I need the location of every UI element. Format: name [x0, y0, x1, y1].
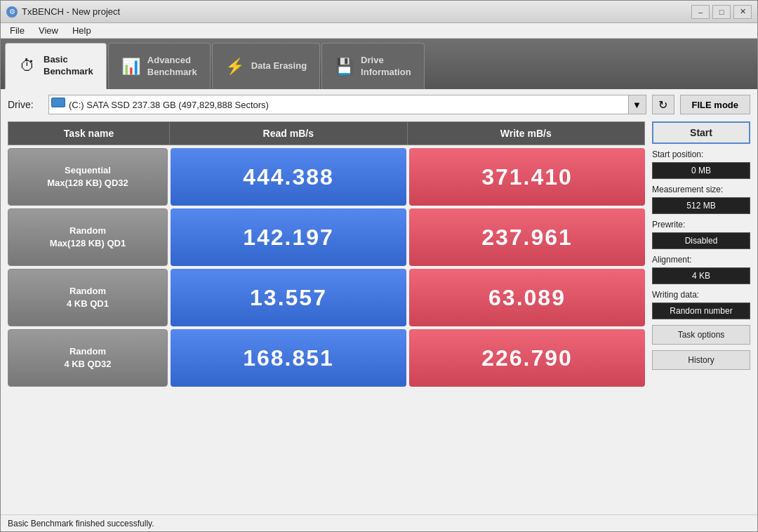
read-value-2: 13.557 — [171, 269, 406, 326]
tab-basic-benchmark[interactable]: ⏱ BasicBenchmark — [5, 43, 107, 89]
tab-erasing-label: Data Erasing — [251, 60, 307, 72]
drive-select-wrapper: (C:) SATA SSD 237.38 GB (497,829,888 Sec… — [48, 95, 646, 114]
app-icon: ⚙ — [6, 6, 18, 18]
drive-row: Drive: (C:) SATA SSD 237.38 GB (497,829,… — [8, 95, 750, 114]
drive-icon-box — [51, 98, 65, 107]
drive-icon — [51, 98, 65, 107]
refresh-button[interactable]: ↻ — [652, 95, 674, 114]
table-row: RandomMax(128 KB) QD1 142.197 237.961 — [8, 208, 645, 266]
table-header: Task name Read mB/s Write mB/s — [8, 121, 645, 145]
menu-view[interactable]: View — [32, 23, 65, 38]
tab-basic-label: BasicBenchmark — [44, 54, 93, 78]
measurement-size-label: Measurement size: — [652, 185, 750, 194]
task-label-0: SequentialMax(128 KB) QD32 — [8, 148, 168, 206]
start-position-value: 0 MB — [652, 162, 750, 179]
minimize-button[interactable]: – — [691, 5, 710, 19]
tab-drive-information[interactable]: 💾 DriveInformation — [321, 43, 425, 89]
maximize-button[interactable]: □ — [712, 5, 731, 19]
drive-label: Drive: — [8, 99, 43, 110]
write-value-2: 63.089 — [409, 269, 645, 326]
table-row: Random4 KB QD1 13.557 63.089 — [8, 269, 645, 326]
tab-data-erasing[interactable]: ⚡ Data Erasing — [212, 43, 320, 89]
header-write: Write mB/s — [408, 122, 645, 145]
table-row: SequentialMax(128 KB) QD32 444.388 371.4… — [8, 148, 645, 206]
right-panel: Start Start position: 0 MB Measurement s… — [652, 121, 750, 505]
drive-info-icon: 💾 — [335, 58, 354, 76]
prewrite-label: Prewrite: — [652, 220, 750, 230]
title-bar-left: ⚙ TxBENCH - New project — [6, 6, 120, 18]
menu-help[interactable]: Help — [66, 23, 98, 38]
header-read: Read mB/s — [170, 122, 408, 145]
benchmark-table: Task name Read mB/s Write mB/s Sequentia… — [8, 121, 645, 505]
table-row: Random4 KB QD32 168.851 226.790 — [8, 329, 645, 387]
write-value-0: 371.410 — [409, 148, 645, 206]
writing-data-label: Writing data: — [652, 290, 750, 300]
file-mode-button[interactable]: FILE mode — [680, 95, 750, 114]
task-label-1: RandomMax(128 KB) QD1 — [8, 208, 168, 266]
basic-benchmark-icon: ⏱ — [18, 57, 36, 75]
measurement-size-value: 512 MB — [652, 197, 750, 214]
task-label-2: Random4 KB QD1 — [8, 269, 168, 326]
advanced-benchmark-icon: 📊 — [121, 58, 140, 76]
start-button[interactable]: Start — [652, 121, 750, 144]
read-value-0: 444.388 — [171, 148, 406, 206]
status-bar: Basic Benchmark finished successfully. — [1, 514, 757, 531]
tab-drive-label: DriveInformation — [361, 55, 411, 79]
task-label-3: Random4 KB QD32 — [8, 329, 168, 387]
app-window: ⚙ TxBENCH - New project – □ ✕ File View … — [0, 0, 758, 532]
menu-bar: File View Help — [1, 23, 757, 39]
window-controls: – □ ✕ — [691, 5, 752, 19]
tab-advanced-benchmark[interactable]: 📊 AdvancedBenchmark — [108, 43, 211, 89]
tab-bar: ⏱ BasicBenchmark 📊 AdvancedBenchmark ⚡ D… — [1, 39, 757, 89]
content-area: Drive: (C:) SATA SSD 237.38 GB (497,829,… — [1, 89, 757, 510]
drive-select[interactable]: (C:) SATA SSD 237.38 GB (497,829,888 Sec… — [48, 95, 646, 114]
close-button[interactable]: ✕ — [733, 5, 752, 19]
read-value-3: 168.851 — [171, 329, 406, 387]
writing-data-value: Random number — [652, 302, 750, 319]
header-task: Task name — [8, 122, 170, 145]
write-value-3: 226.790 — [409, 329, 645, 387]
title-bar: ⚙ TxBENCH - New project – □ ✕ — [1, 1, 757, 23]
menu-file[interactable]: File — [4, 23, 31, 38]
alignment-value: 4 KB — [652, 267, 750, 284]
history-button[interactable]: History — [652, 350, 750, 370]
read-value-1: 142.197 — [171, 208, 406, 266]
tab-advanced-label: AdvancedBenchmark — [147, 55, 197, 79]
status-text: Basic Benchmark finished successfully. — [8, 519, 154, 528]
data-erasing-icon: ⚡ — [225, 58, 244, 76]
main-area: Task name Read mB/s Write mB/s Sequentia… — [8, 121, 750, 505]
alignment-label: Alignment: — [652, 255, 750, 265]
start-position-label: Start position: — [652, 149, 750, 159]
task-options-button[interactable]: Task options — [652, 325, 750, 345]
write-value-1: 237.961 — [409, 208, 645, 266]
prewrite-value: Disabled — [652, 232, 750, 249]
window-title: TxBENCH - New project — [22, 6, 120, 17]
